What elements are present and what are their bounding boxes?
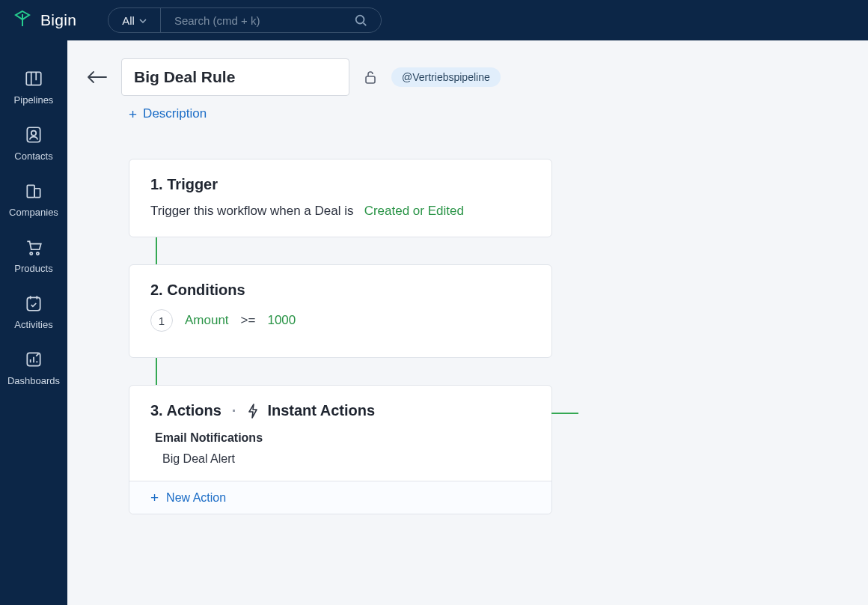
condition-value: 1000: [267, 313, 296, 328]
sidebar-label: Contacts: [14, 151, 52, 162]
brand-label: Bigin: [40, 11, 76, 29]
conditions-title: 2. Conditions: [150, 282, 531, 299]
plus-icon: +: [129, 107, 137, 121]
sidebar-label: Companies: [9, 207, 58, 218]
actions-card[interactable]: 3. Actions · Instant Actions Email Notif…: [129, 385, 552, 514]
sidebar: Pipelines Contacts Companies Products: [0, 40, 67, 605]
sidebar-item-products[interactable]: Products: [0, 227, 67, 283]
sidebar-item-dashboards[interactable]: Dashboards: [0, 339, 67, 395]
back-button[interactable]: [85, 70, 108, 85]
add-description-button[interactable]: + Description: [129, 106, 838, 121]
search-segment: [161, 8, 381, 32]
condition-field: Amount: [185, 313, 229, 328]
svg-point-7: [37, 252, 39, 255]
action-group-label: Email Notifications: [155, 431, 531, 445]
trigger-title: 1. Trigger: [150, 176, 531, 193]
search-input[interactable]: [174, 14, 346, 27]
svg-rect-4: [27, 185, 34, 197]
filter-dropdown[interactable]: All: [109, 8, 161, 32]
trigger-line: Trigger this workflow when a Deal is Cre…: [150, 204, 531, 219]
condition-row[interactable]: 1 Amount >= 1000: [150, 309, 531, 332]
chevron-down-icon: [139, 14, 147, 27]
condition-index: 1: [150, 309, 173, 332]
sidebar-label: Dashboards: [7, 375, 60, 386]
actions-title-text: 3. Actions: [150, 402, 221, 419]
svg-point-0: [356, 16, 364, 24]
svg-rect-8: [27, 297, 40, 310]
svg-point-3: [31, 131, 37, 136]
trigger-prefix: Trigger this workflow when a Deal is: [150, 204, 353, 218]
sidebar-label: Pipelines: [14, 94, 54, 106]
trigger-card[interactable]: 1. Trigger Trigger this workflow when a …: [129, 159, 552, 237]
filter-label: All: [122, 14, 135, 27]
rule-header: @Vertriebspipeline: [85, 58, 838, 96]
topbar: Bigin All: [0, 0, 868, 40]
brand-wrap: Bigin: [13, 10, 76, 31]
sidebar-item-contacts[interactable]: Contacts: [0, 115, 67, 171]
sidebar-item-activities[interactable]: Activities: [0, 283, 67, 339]
connector-line: [156, 237, 157, 264]
actions-title: 3. Actions · Instant Actions: [150, 402, 531, 419]
bigin-logo-icon: [13, 10, 31, 31]
main-content: @Vertriebspipeline + Description 1. Trig…: [67, 40, 868, 605]
rule-title-input[interactable]: [121, 58, 349, 96]
new-action-label: New Action: [166, 491, 226, 505]
lightning-icon: [246, 404, 260, 419]
search-icon[interactable]: [354, 13, 367, 27]
pipeline-tag[interactable]: @Vertriebspipeline: [391, 67, 501, 87]
new-action-button[interactable]: + New Action: [129, 481, 551, 514]
svg-rect-1: [26, 72, 41, 85]
connector-line: [156, 358, 157, 385]
dot-separator: ·: [232, 402, 236, 419]
conditions-card[interactable]: 2. Conditions 1 Amount >= 1000: [129, 264, 552, 358]
svg-rect-5: [34, 189, 40, 198]
sidebar-item-companies[interactable]: Companies: [0, 171, 67, 227]
svg-point-6: [30, 252, 32, 255]
trigger-mode[interactable]: Created or Edited: [364, 204, 464, 218]
search-filter-pill: All: [108, 7, 382, 33]
sidebar-item-pipelines[interactable]: Pipelines: [0, 58, 67, 115]
actions-subtitle: Instant Actions: [267, 402, 375, 419]
plus-icon: +: [150, 490, 159, 505]
sidebar-label: Activities: [14, 319, 52, 330]
svg-rect-10: [366, 76, 375, 83]
action-item[interactable]: Big Deal Alert: [162, 452, 531, 466]
condition-operator: >=: [241, 313, 256, 328]
svg-rect-2: [27, 127, 40, 142]
add-description-label: Description: [143, 106, 207, 121]
sidebar-label: Products: [14, 263, 52, 274]
branch-connector: [551, 413, 578, 414]
unlock-icon[interactable]: [363, 70, 378, 85]
